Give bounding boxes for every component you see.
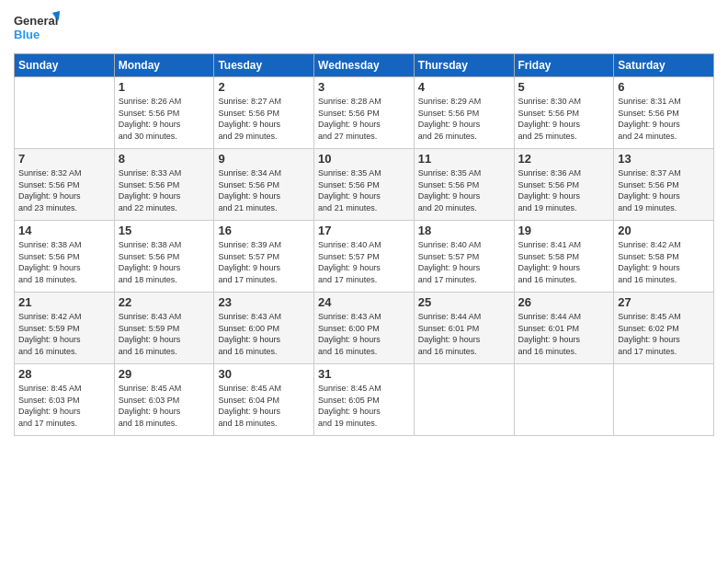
day-cell: 13Sunrise: 8:37 AMSunset: 5:56 PMDayligh… bbox=[614, 149, 714, 221]
day-number: 27 bbox=[618, 295, 710, 309]
day-number: 3 bbox=[318, 80, 410, 94]
day-number: 2 bbox=[218, 80, 310, 94]
day-info: Sunrise: 8:31 AMSunset: 5:56 PMDaylight:… bbox=[618, 96, 710, 142]
day-cell: 2Sunrise: 8:27 AMSunset: 5:56 PMDaylight… bbox=[214, 77, 314, 149]
day-number: 5 bbox=[518, 80, 610, 94]
day-info: Sunrise: 8:44 AMSunset: 6:01 PMDaylight:… bbox=[518, 311, 610, 357]
day-cell: 17Sunrise: 8:40 AMSunset: 5:57 PMDayligh… bbox=[314, 221, 415, 293]
day-cell: 1Sunrise: 8:26 AMSunset: 5:56 PMDaylight… bbox=[114, 77, 214, 149]
page: General Blue SundayMondayTuesdayWednesda… bbox=[0, 0, 728, 563]
day-cell bbox=[614, 364, 714, 436]
day-info: Sunrise: 8:45 AMSunset: 6:05 PMDaylight:… bbox=[318, 383, 410, 429]
day-info: Sunrise: 8:42 AMSunset: 5:58 PMDaylight:… bbox=[618, 239, 710, 285]
svg-text:General: General bbox=[14, 14, 58, 28]
header: General Blue bbox=[14, 9, 714, 46]
day-number: 15 bbox=[119, 224, 210, 237]
day-cell: 28Sunrise: 8:45 AMSunset: 6:03 PMDayligh… bbox=[15, 364, 115, 436]
day-number: 10 bbox=[318, 152, 410, 166]
day-number: 30 bbox=[218, 367, 310, 381]
day-number: 1 bbox=[119, 80, 210, 94]
day-info: Sunrise: 8:26 AMSunset: 5:56 PMDaylight:… bbox=[119, 96, 210, 142]
header-row: SundayMondayTuesdayWednesdayThursdayFrid… bbox=[15, 54, 714, 77]
day-cell: 11Sunrise: 8:35 AMSunset: 5:56 PMDayligh… bbox=[414, 149, 514, 221]
day-number: 29 bbox=[119, 367, 210, 381]
day-info: Sunrise: 8:28 AMSunset: 5:56 PMDaylight:… bbox=[318, 96, 410, 142]
day-info: Sunrise: 8:40 AMSunset: 5:57 PMDaylight:… bbox=[318, 239, 410, 285]
day-cell: 6Sunrise: 8:31 AMSunset: 5:56 PMDaylight… bbox=[614, 77, 714, 149]
day-header-thursday: Thursday bbox=[414, 54, 514, 77]
day-header-saturday: Saturday bbox=[614, 54, 714, 77]
day-cell: 14Sunrise: 8:38 AMSunset: 5:56 PMDayligh… bbox=[15, 221, 115, 293]
logo-svg: General Blue bbox=[14, 9, 60, 46]
day-cell: 10Sunrise: 8:35 AMSunset: 5:56 PMDayligh… bbox=[314, 149, 415, 221]
day-cell: 18Sunrise: 8:40 AMSunset: 5:57 PMDayligh… bbox=[414, 221, 514, 293]
day-number: 24 bbox=[318, 295, 410, 309]
day-cell: 7Sunrise: 8:32 AMSunset: 5:56 PMDaylight… bbox=[15, 149, 115, 221]
calendar-table: SundayMondayTuesdayWednesdayThursdayFrid… bbox=[14, 53, 714, 436]
day-info: Sunrise: 8:45 AMSunset: 6:04 PMDaylight:… bbox=[218, 383, 310, 429]
day-info: Sunrise: 8:29 AMSunset: 5:56 PMDaylight:… bbox=[418, 96, 510, 142]
day-number: 11 bbox=[418, 152, 510, 166]
day-cell: 16Sunrise: 8:39 AMSunset: 5:57 PMDayligh… bbox=[214, 221, 314, 293]
day-number: 14 bbox=[18, 224, 110, 237]
day-info: Sunrise: 8:40 AMSunset: 5:57 PMDaylight:… bbox=[418, 239, 510, 285]
day-info: Sunrise: 8:27 AMSunset: 5:56 PMDaylight:… bbox=[218, 96, 310, 142]
day-number: 17 bbox=[318, 224, 410, 237]
day-header-wednesday: Wednesday bbox=[314, 54, 415, 77]
day-info: Sunrise: 8:36 AMSunset: 5:56 PMDaylight:… bbox=[518, 167, 610, 213]
day-cell: 27Sunrise: 8:45 AMSunset: 6:02 PMDayligh… bbox=[614, 293, 714, 364]
logo: General Blue bbox=[14, 9, 60, 46]
day-cell: 30Sunrise: 8:45 AMSunset: 6:04 PMDayligh… bbox=[214, 364, 314, 436]
day-info: Sunrise: 8:44 AMSunset: 6:01 PMDaylight:… bbox=[418, 311, 510, 357]
day-header-friday: Friday bbox=[514, 54, 614, 77]
day-cell bbox=[514, 364, 614, 436]
day-cell: 20Sunrise: 8:42 AMSunset: 5:58 PMDayligh… bbox=[614, 221, 714, 293]
day-info: Sunrise: 8:35 AMSunset: 5:56 PMDaylight:… bbox=[418, 167, 510, 213]
day-info: Sunrise: 8:32 AMSunset: 5:56 PMDaylight:… bbox=[18, 167, 110, 213]
day-number: 18 bbox=[418, 224, 510, 237]
day-header-tuesday: Tuesday bbox=[214, 54, 314, 77]
day-info: Sunrise: 8:41 AMSunset: 5:58 PMDaylight:… bbox=[518, 239, 610, 285]
day-cell: 12Sunrise: 8:36 AMSunset: 5:56 PMDayligh… bbox=[514, 149, 614, 221]
day-info: Sunrise: 8:37 AMSunset: 5:56 PMDaylight:… bbox=[618, 167, 710, 213]
day-number: 20 bbox=[618, 224, 710, 237]
day-info: Sunrise: 8:42 AMSunset: 5:59 PMDaylight:… bbox=[18, 311, 110, 357]
day-cell: 15Sunrise: 8:38 AMSunset: 5:56 PMDayligh… bbox=[114, 221, 214, 293]
day-number: 13 bbox=[618, 152, 710, 166]
week-row-4: 21Sunrise: 8:42 AMSunset: 5:59 PMDayligh… bbox=[15, 293, 714, 364]
day-number: 7 bbox=[18, 152, 110, 166]
day-info: Sunrise: 8:39 AMSunset: 5:57 PMDaylight:… bbox=[218, 239, 310, 285]
day-info: Sunrise: 8:30 AMSunset: 5:56 PMDaylight:… bbox=[518, 96, 610, 142]
day-number: 23 bbox=[218, 295, 310, 309]
day-cell: 4Sunrise: 8:29 AMSunset: 5:56 PMDaylight… bbox=[414, 77, 514, 149]
week-row-2: 7Sunrise: 8:32 AMSunset: 5:56 PMDaylight… bbox=[15, 149, 714, 221]
day-info: Sunrise: 8:45 AMSunset: 6:03 PMDaylight:… bbox=[119, 383, 210, 429]
svg-text:Blue: Blue bbox=[14, 28, 40, 41]
day-cell bbox=[414, 364, 514, 436]
day-info: Sunrise: 8:33 AMSunset: 5:56 PMDaylight:… bbox=[119, 167, 210, 213]
week-row-1: 1Sunrise: 8:26 AMSunset: 5:56 PMDaylight… bbox=[15, 77, 714, 149]
day-info: Sunrise: 8:34 AMSunset: 5:56 PMDaylight:… bbox=[218, 167, 310, 213]
day-info: Sunrise: 8:38 AMSunset: 5:56 PMDaylight:… bbox=[119, 239, 210, 285]
day-number: 22 bbox=[119, 295, 210, 309]
day-info: Sunrise: 8:45 AMSunset: 6:02 PMDaylight:… bbox=[618, 311, 710, 357]
day-number: 4 bbox=[418, 80, 510, 94]
day-info: Sunrise: 8:43 AMSunset: 5:59 PMDaylight:… bbox=[119, 311, 210, 357]
day-cell: 3Sunrise: 8:28 AMSunset: 5:56 PMDaylight… bbox=[314, 77, 415, 149]
day-header-sunday: Sunday bbox=[15, 54, 115, 77]
day-number: 12 bbox=[518, 152, 610, 166]
day-info: Sunrise: 8:43 AMSunset: 6:00 PMDaylight:… bbox=[218, 311, 310, 357]
day-cell: 21Sunrise: 8:42 AMSunset: 5:59 PMDayligh… bbox=[15, 293, 115, 364]
day-cell: 8Sunrise: 8:33 AMSunset: 5:56 PMDaylight… bbox=[114, 149, 214, 221]
day-cell: 23Sunrise: 8:43 AMSunset: 6:00 PMDayligh… bbox=[214, 293, 314, 364]
day-number: 16 bbox=[218, 224, 310, 237]
day-cell: 25Sunrise: 8:44 AMSunset: 6:01 PMDayligh… bbox=[414, 293, 514, 364]
day-number: 21 bbox=[18, 295, 110, 309]
day-cell: 24Sunrise: 8:43 AMSunset: 6:00 PMDayligh… bbox=[314, 293, 415, 364]
day-cell: 26Sunrise: 8:44 AMSunset: 6:01 PMDayligh… bbox=[514, 293, 614, 364]
day-number: 9 bbox=[218, 152, 310, 166]
day-number: 31 bbox=[318, 367, 410, 381]
day-number: 19 bbox=[518, 224, 610, 237]
day-number: 26 bbox=[518, 295, 610, 309]
day-cell: 5Sunrise: 8:30 AMSunset: 5:56 PMDaylight… bbox=[514, 77, 614, 149]
